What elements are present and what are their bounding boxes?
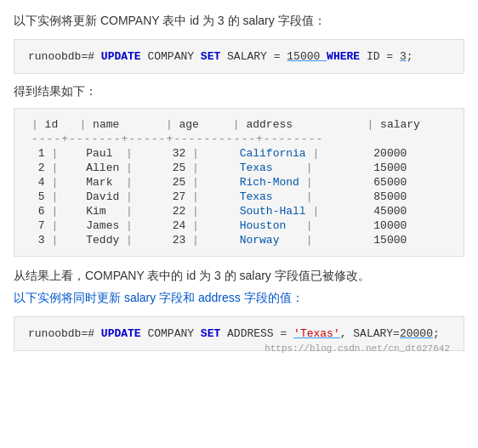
cell-age: 32 | (162, 146, 230, 161)
blue-note: 以下实例将同时更新 salary 字段和 address 字段的值： (14, 291, 464, 306)
code-prompt-2: runoobdb=# (28, 327, 101, 340)
cell-age: 25 | (162, 175, 230, 190)
cell-salary: 65000 (363, 175, 450, 190)
addr-val: 'Texas' (293, 327, 340, 340)
col-salary: | salary (363, 117, 450, 132)
col-name: | name (76, 117, 162, 132)
cell-name: Kim | (76, 204, 162, 218)
kw-update: UPDATE (101, 50, 141, 63)
table-row: 2 | Allen | 25 | Texas | 15000 (28, 161, 450, 175)
table-row: 6 | Kim | 22 | South-Hall | 45000 (28, 204, 450, 218)
cell-salary: 20000 (363, 146, 450, 161)
watermark: https://blog.csdn.net/cn_dt627642 (265, 343, 450, 354)
table-row: 1 | Paul | 32 | California | 20000 (28, 146, 450, 161)
cell-address: South-Hall | (230, 204, 364, 218)
col-id: | id (28, 117, 76, 132)
cell-id: 1 | (28, 146, 76, 161)
table-divider: ----+-------+-----+-----------+-------- (28, 132, 450, 146)
cell-address: California | (230, 146, 364, 161)
kw-set: SET (201, 50, 220, 63)
cell-address: Rich-Mond | (230, 175, 364, 190)
cell-name: Paul | (76, 146, 162, 161)
code-id: ID (360, 50, 386, 63)
cell-salary: 10000 (363, 218, 450, 233)
cell-name: Mark | (76, 175, 162, 190)
cell-age: 27 | (162, 190, 230, 204)
code-field: SALARY (220, 50, 273, 63)
kw-where: WHERE (327, 50, 360, 63)
code-addr: ADDRESS = (220, 327, 293, 340)
cell-salary: 85000 (363, 190, 450, 204)
cell-age: 22 | (162, 204, 230, 218)
salary-val2: 20000 (400, 327, 433, 340)
intro-text-1: 以下实例将更新 COMPANY 表中 id 为 3 的 salary 字段值： (14, 14, 464, 29)
kw-set2: SET (201, 327, 220, 340)
semicolon2: ; (433, 327, 440, 340)
salary-val: 15000 (287, 50, 327, 63)
code-table2: COMPANY (141, 327, 201, 340)
table-row: 4 | Mark | 25 | Rich-Mond | 65000 (28, 175, 450, 190)
code-block-1: runoobdb=# UPDATE COMPANY SET SALARY = 1… (14, 39, 464, 74)
cell-salary: 45000 (363, 204, 450, 218)
cell-address: Norway | (230, 233, 364, 247)
cell-id: 5 | (28, 190, 76, 204)
table-row: 5 | David | 27 | Texas | 85000 (28, 190, 450, 204)
cell-age: 24 | (162, 218, 230, 233)
eq-sign: = (274, 50, 287, 63)
table-block: | id | name | age | address | salary ---… (14, 108, 464, 257)
cell-id: 3 | (28, 233, 76, 247)
col-age: | age (162, 117, 230, 132)
code-table: COMPANY (141, 50, 201, 63)
col-address: | address (230, 117, 364, 132)
semicolon1: ; (407, 50, 413, 63)
cell-id: 4 | (28, 175, 76, 190)
table-row: 7 | James | 24 | Houston | 10000 (28, 218, 450, 233)
cell-name: James | (76, 218, 162, 233)
cell-salary: 15000 (363, 233, 450, 247)
code-block-2: runoobdb=# UPDATE COMPANY SET ADDRESS = … (14, 316, 464, 351)
comma: , SALARY= (340, 327, 400, 340)
cell-age: 23 | (162, 233, 230, 247)
cell-address: Texas | (230, 161, 364, 175)
cell-address: Texas | (230, 190, 364, 204)
code-prompt-1: runoobdb=# (28, 50, 101, 63)
cell-name: Allen | (76, 161, 162, 175)
cell-id: 2 | (28, 161, 76, 175)
result-label: 得到结果如下： (14, 84, 464, 99)
cell-name: Teddy | (76, 233, 162, 247)
table-header: | id | name | age | address | salary (28, 117, 450, 132)
id-val: 3 (400, 50, 407, 63)
cell-id: 6 | (28, 204, 76, 218)
divider-line: ----+-------+-----+-----------+-------- (28, 132, 450, 146)
cell-id: 7 | (28, 218, 76, 233)
cell-age: 25 | (162, 161, 230, 175)
cell-salary: 15000 (363, 161, 450, 175)
conclusion-text: 从结果上看，COMPANY 表中的 id 为 3 的 salary 字段值已被修… (14, 269, 464, 284)
table-row: 3 | Teddy | 23 | Norway | 15000 (28, 233, 450, 247)
eq2: = (386, 50, 400, 63)
cell-address: Houston | (230, 218, 364, 233)
cell-name: David | (76, 190, 162, 204)
kw-update2: UPDATE (101, 327, 141, 340)
